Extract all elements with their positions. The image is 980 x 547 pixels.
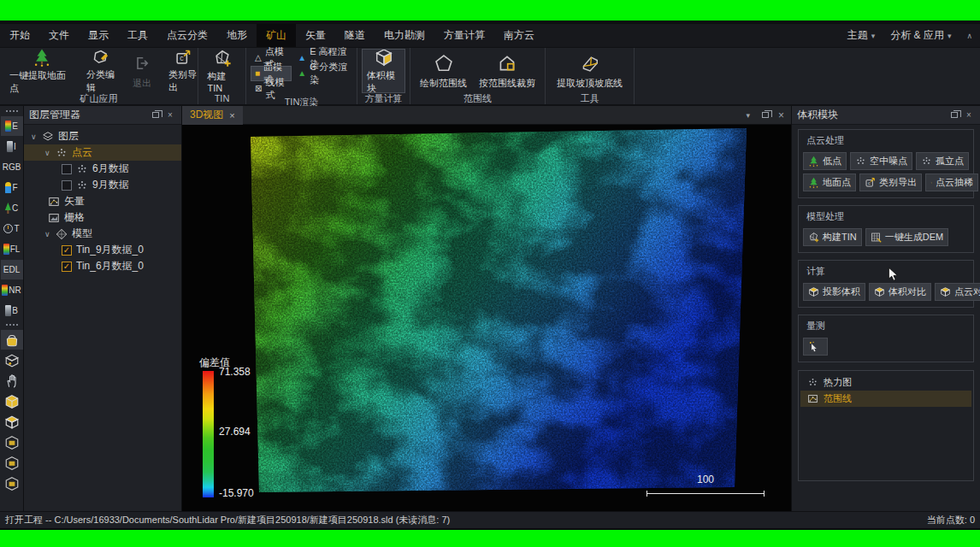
tin9-label: Tin_9月数据_0 bbox=[76, 243, 144, 257]
close-tab-icon[interactable]: × bbox=[229, 110, 234, 121]
cube-face-view-button[interactable] bbox=[1, 412, 23, 432]
low-point-button[interactable]: 低点 bbox=[803, 152, 847, 170]
ribbon-collapse-button[interactable]: ∧ bbox=[959, 24, 980, 47]
group-model-label: 模型处理 bbox=[806, 210, 969, 223]
profile-tool-button-1[interactable] bbox=[1, 432, 23, 452]
group-label-tin: TIN bbox=[198, 92, 245, 104]
select-area-tool-button[interactable] bbox=[1, 330, 23, 350]
deviation-measure-button[interactable] bbox=[803, 338, 828, 356]
generate-dem-button[interactable]: 一键生成DEM bbox=[865, 228, 948, 246]
expander-icon[interactable]: ∨ bbox=[44, 230, 51, 238]
rangeline-list-item[interactable]: 范围线 bbox=[800, 391, 971, 407]
theme-label: 主题 bbox=[847, 28, 868, 43]
tree-node-model[interactable]: ∨ 模型 bbox=[24, 226, 181, 242]
checkbox-unchecked[interactable] bbox=[62, 164, 72, 174]
tree-node-tin6[interactable]: ✓ Tin_6月数据_0 bbox=[24, 258, 181, 274]
clip-box-tool-button[interactable] bbox=[1, 350, 23, 370]
blend-mode-button[interactable]: B bbox=[1, 301, 23, 321]
build-tin-button[interactable]: 构建TIN bbox=[803, 228, 862, 246]
tree-node-june-data[interactable]: 6月数据 bbox=[24, 161, 181, 177]
expander-icon[interactable]: ∨ bbox=[31, 132, 38, 141]
profile-tool-button-3[interactable] bbox=[1, 473, 23, 493]
rangeline-label: 范围线 bbox=[824, 392, 852, 405]
menu-pointcloud-classify[interactable]: 点云分类 bbox=[157, 24, 217, 47]
menu-display[interactable]: 显示 bbox=[79, 24, 118, 47]
tree-node-vector[interactable]: 矢量 bbox=[24, 193, 181, 209]
bottom-chroma-bar bbox=[0, 530, 980, 547]
checkbox-checked[interactable]: ✓ bbox=[62, 245, 72, 256]
menu-mine[interactable]: 矿山 bbox=[257, 24, 296, 47]
menu-volume-calc[interactable]: 方量计算 bbox=[434, 24, 494, 47]
menu-file[interactable]: 文件 bbox=[39, 24, 79, 47]
nr-mode-button[interactable]: NR bbox=[1, 280, 23, 300]
edl-mode-button[interactable]: EDL bbox=[1, 260, 23, 279]
mouse-cursor bbox=[886, 267, 901, 282]
menu-power-survey[interactable]: 电力勘测 bbox=[375, 24, 434, 47]
intensity-mode-button[interactable]: I bbox=[1, 137, 23, 156]
tree-node-raster[interactable]: 栅格 bbox=[24, 209, 181, 226]
projected-volume-button[interactable]: 投影体积 bbox=[803, 283, 865, 301]
profile-tool-button-2[interactable] bbox=[1, 453, 23, 473]
ground-point-button[interactable]: 地面点 bbox=[803, 174, 856, 191]
flight-band-mode-button[interactable]: F bbox=[1, 178, 23, 197]
classify-edit-button[interactable]: 分类编辑 bbox=[82, 50, 120, 92]
pan-tool-button[interactable] bbox=[1, 371, 23, 391]
tree-node-pointcloud[interactable]: ∨ 点云 bbox=[24, 144, 181, 161]
expander-icon[interactable]: ∨ bbox=[44, 149, 51, 157]
extract-ground-button[interactable]: 一键提取地面点 bbox=[5, 50, 79, 92]
close-panel-button[interactable]: × bbox=[963, 109, 975, 121]
heatmap-list-item[interactable]: 热力图 bbox=[800, 374, 971, 391]
class-export-button[interactable]: 类别导出 bbox=[164, 50, 202, 92]
checkbox-checked[interactable]: ✓ bbox=[62, 262, 72, 272]
tree-node-tin9[interactable]: ✓ Tin_9月数据_0 bbox=[24, 242, 181, 258]
tab-list-dropdown-icon[interactable]: ▾ bbox=[746, 111, 750, 120]
menu-south-cloud[interactable]: 南方云 bbox=[494, 24, 544, 47]
build-tin-button[interactable]: 构建TIN bbox=[204, 50, 241, 92]
float-panel-button[interactable] bbox=[150, 109, 162, 121]
class-export-button[interactable]: 类别导出 bbox=[859, 174, 922, 191]
tab-3d-view[interactable]: 3D视图 × bbox=[182, 106, 243, 125]
draw-boundary-button[interactable]: 绘制范围线 bbox=[416, 50, 471, 92]
scalebar-line bbox=[646, 491, 765, 497]
menu-tools[interactable]: 工具 bbox=[118, 24, 157, 47]
tree-node-layers[interactable]: ∨ 图层 bbox=[24, 128, 181, 144]
classification-mode-button[interactable]: C bbox=[1, 198, 23, 218]
rgb-mode-button[interactable]: RGB bbox=[1, 157, 23, 177]
ribbon-group-boundary: 绘制范围线 按范围线裁剪 范围线 bbox=[410, 48, 546, 104]
float-panel-button[interactable] bbox=[948, 109, 960, 121]
class-render-button[interactable]: ▲ C 分类渲染 bbox=[294, 67, 351, 80]
line-mode-button[interactable]: ⊠ 线模式 bbox=[251, 82, 291, 96]
elevation-render-mode-button[interactable]: E bbox=[1, 116, 23, 136]
menu-start[interactable]: 开始 bbox=[0, 24, 39, 47]
gps-time-mode-button[interactable]: T bbox=[1, 219, 23, 238]
extract-ground-label: 一键提取地面点 bbox=[9, 69, 74, 95]
menu-terrain[interactable]: 地形 bbox=[217, 24, 257, 47]
clip-by-boundary-button[interactable]: 按范围线裁剪 bbox=[475, 50, 540, 92]
3d-viewport[interactable]: 偏差值 71.358 27.694 -15.970 100 bbox=[182, 125, 791, 511]
volume-module-button[interactable]: 体积模块 bbox=[363, 50, 404, 92]
volume-compare-button[interactable]: 体积对比 bbox=[869, 283, 931, 301]
close-view-icon[interactable]: × bbox=[778, 109, 784, 121]
tree-node-sept-data[interactable]: 9月数据 bbox=[24, 177, 181, 193]
thin-pointcloud-button[interactable]: 点云抽稀 bbox=[925, 174, 978, 191]
cube-icon bbox=[874, 286, 885, 297]
float-view-button[interactable] bbox=[759, 109, 771, 121]
clock-icon bbox=[3, 224, 13, 233]
fl-mode-button[interactable]: FL bbox=[1, 239, 23, 259]
extract-slope-line-button[interactable]: 提取坡顶坡底线 bbox=[552, 50, 627, 92]
tin-plus-icon bbox=[808, 232, 819, 243]
menu-tunnel[interactable]: 隧道 bbox=[335, 24, 375, 47]
pointcloud-compare-button[interactable]: 点云对比 bbox=[935, 283, 980, 301]
air-noise-button[interactable]: 空中噪点 bbox=[850, 152, 912, 170]
cube-view-button[interactable] bbox=[1, 391, 23, 411]
chevron-down-icon: ▾ bbox=[948, 32, 952, 40]
checkbox-unchecked[interactable] bbox=[62, 180, 72, 191]
layer-manager-panel: 图层管理器 × ∨ 图层 ∨ 点云 6月数据 bbox=[24, 106, 182, 511]
group-label-tools: 工具 bbox=[546, 92, 634, 104]
isolated-point-button[interactable]: 孤立点 bbox=[916, 152, 969, 170]
analysis-apps-dropdown[interactable]: 分析 & 应用 ▾ bbox=[883, 24, 959, 47]
menu-vector[interactable]: 矢量 bbox=[296, 24, 335, 47]
vector-icon bbox=[807, 393, 818, 404]
theme-dropdown[interactable]: 主题 ▾ bbox=[840, 24, 883, 47]
close-panel-button[interactable]: × bbox=[164, 109, 176, 121]
